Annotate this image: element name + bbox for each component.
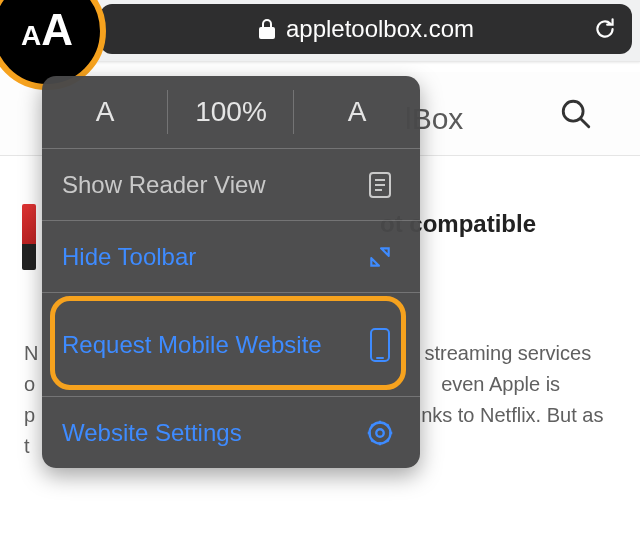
aa-large-letter: A	[41, 0, 73, 60]
request-mobile-website-label: Request Mobile Website	[62, 330, 360, 360]
gear-icon	[360, 419, 400, 447]
aa-small-letter: A	[21, 1, 41, 71]
article-thumbnail	[22, 204, 36, 270]
show-reader-view-row[interactable]: Show Reader View	[42, 148, 420, 220]
body-frag: streaming services	[424, 342, 591, 364]
body-frag: p	[24, 404, 35, 426]
show-reader-view-label: Show Reader View	[62, 171, 360, 199]
body-frag: even Apple is	[441, 373, 560, 395]
svg-line-14	[371, 424, 373, 426]
expand-icon	[360, 244, 400, 270]
website-settings-label: Website Settings	[62, 419, 360, 447]
website-settings-row[interactable]: Website Settings	[42, 396, 420, 468]
body-frag: N	[24, 342, 38, 364]
lock-icon	[258, 18, 276, 40]
body-frag: o	[24, 373, 35, 395]
svg-rect-6	[371, 329, 389, 361]
reload-button[interactable]	[592, 4, 618, 54]
font-increase-button[interactable]: A	[294, 76, 420, 148]
font-decrease-button[interactable]: A	[42, 76, 168, 148]
font-increase-label: A	[348, 96, 367, 128]
zoom-level-button[interactable]: 100%	[168, 76, 294, 148]
body-frag: t	[24, 435, 30, 457]
phone-icon	[360, 327, 400, 363]
browser-chrome-top: appletoolbox.com	[0, 0, 640, 62]
request-mobile-website-row[interactable]: Request Mobile Website	[42, 292, 420, 396]
font-size-segment: A 100% A	[42, 76, 420, 148]
reader-icon	[360, 171, 400, 199]
font-decrease-label: A	[96, 96, 115, 128]
font-size-aa-button[interactable]: A A	[0, 0, 94, 70]
site-search-button[interactable]	[552, 90, 600, 138]
svg-point-9	[376, 429, 383, 436]
svg-line-17	[387, 424, 389, 426]
hide-toolbar-row[interactable]: Hide Toolbar	[42, 220, 420, 292]
zoom-level-label: 100%	[195, 96, 267, 128]
body-frag: nks to Netflix. But as	[421, 404, 603, 426]
address-bar[interactable]: appletoolbox.com	[100, 4, 632, 54]
address-bar-center: appletoolbox.com	[100, 4, 632, 54]
svg-line-16	[371, 439, 373, 441]
address-bar-domain: appletoolbox.com	[286, 15, 474, 43]
svg-line-15	[387, 439, 389, 441]
aa-popover-menu: A 100% A Show Reader View Hide Toolbar R…	[42, 76, 420, 468]
hide-toolbar-label: Hide Toolbar	[62, 243, 360, 271]
svg-line-1	[581, 119, 589, 127]
